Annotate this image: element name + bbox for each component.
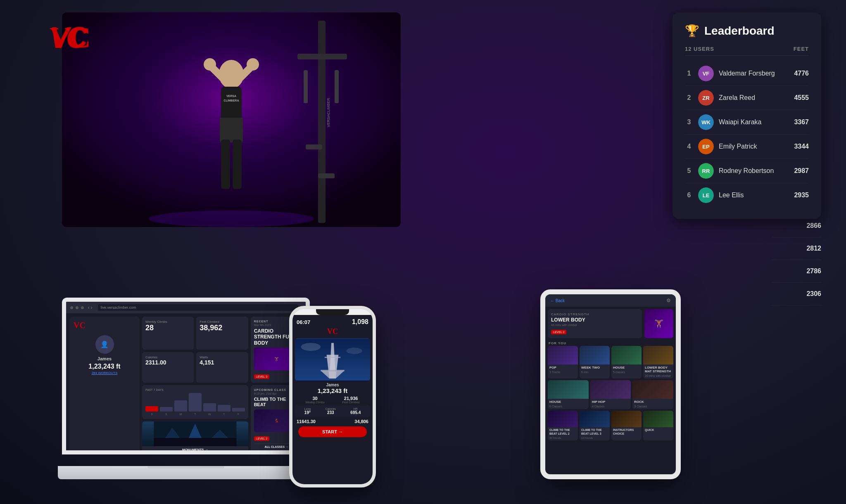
leaderboard-header: 🏆 Leaderboard xyxy=(685,24,809,38)
svg-rect-20 xyxy=(221,140,230,189)
hr-label: HR xyxy=(350,407,361,410)
grid-item-week-two[interactable]: WEEK TWO 6 min xyxy=(580,346,610,379)
svg-rect-9 xyxy=(318,173,335,178)
more-class-3-thumb xyxy=(611,411,642,427)
weekly-climbs-label: Weekly Climbs xyxy=(306,401,325,404)
avatar-4: EP xyxy=(698,139,714,154)
name-4: Emily Patrick xyxy=(719,142,789,151)
phone-big-stats: 11641.30 34,806 xyxy=(295,418,370,425)
avatar-3: WK xyxy=(698,114,714,130)
stat-watts-value: 4,151 xyxy=(200,359,245,366)
grid-item-lower-body[interactable]: LOWER BODY MAT STRENGTH 20 mins with cli… xyxy=(643,346,673,379)
weekly-climbs-val: 30 xyxy=(306,396,325,401)
url-text: live.versaclimber.com xyxy=(100,305,136,310)
browser-address-bar[interactable]: live.versaclimber.com xyxy=(98,304,298,311)
house-thumb xyxy=(611,346,642,364)
phone-user-name: James xyxy=(295,383,370,387)
phone-notch xyxy=(316,309,349,315)
svg-rect-16 xyxy=(221,87,242,120)
name-1: Valdemar Forsberg xyxy=(719,69,789,78)
more-class-4-thumb xyxy=(643,411,673,427)
genre-hiphop[interactable]: HIP HOP 4 Classes xyxy=(590,380,631,409)
rank-2: 2 xyxy=(685,94,693,102)
hiphop-label: HIP HOP xyxy=(590,399,631,405)
more-class-2-thumb xyxy=(580,411,610,427)
phone-bottom-3: HR 695.4 xyxy=(350,407,361,415)
stat-watts-label: Watts xyxy=(200,355,245,359)
more-class-3[interactable]: INSTRUCTORS CHOICE xyxy=(611,411,642,440)
bar-s1 xyxy=(145,406,158,412)
svg-text:VERSACLIMBER: VERSACLIMBER xyxy=(326,98,330,127)
monuments-thumb xyxy=(142,421,248,446)
score-3: 3367 xyxy=(794,118,809,126)
hr-val: 695.4 xyxy=(350,410,361,415)
leaderboard-row-4: 4 EP Emily Patrick 3344 xyxy=(685,135,809,159)
tablet-back-btn[interactable]: ← Back xyxy=(550,298,565,303)
featured-level: LEVEL 2 xyxy=(551,330,566,334)
dash-logo: VC xyxy=(74,321,135,330)
genres-grid: HOUSE 6 Classes HIP HOP 4 Classes ROCK 3… xyxy=(545,380,676,411)
browser-back-btn[interactable]: ‹ › xyxy=(88,305,92,310)
more-class-1-label: CLIMB TO THE BEAT LEVEL 2 xyxy=(548,427,578,437)
svg-text:VERSA: VERSA xyxy=(226,95,236,97)
phone-bottom-2: Calories 233 xyxy=(325,407,336,415)
svg-rect-32 xyxy=(325,357,340,358)
browser-dot-2 xyxy=(76,306,78,309)
week-two-label: WEEK TWO xyxy=(580,364,610,371)
phone-vc-logo: VC xyxy=(295,327,370,337)
dashboard-sidebar: VC 👤 James 1,23,243 ft 284 WORKOUTS xyxy=(69,317,140,453)
pop-thumb xyxy=(548,346,578,364)
svg-point-15 xyxy=(247,58,259,71)
recent-level-badge: LEVEL 3 xyxy=(254,374,269,379)
name-3: Waiapi Karaka xyxy=(719,118,789,127)
user-name: James xyxy=(74,356,135,361)
phone-watts: 34,806 xyxy=(354,419,368,424)
phone-body: 06:07 1,098 VC xyxy=(289,306,376,487)
stat-calories-value: 2311.00 xyxy=(145,359,190,366)
rock-sub: 3 Classes xyxy=(632,405,673,409)
svg-rect-7 xyxy=(335,70,339,103)
svg-rect-19 xyxy=(220,118,243,142)
phone-total-ft: 1,23,243 ft xyxy=(295,387,370,394)
phone-bottom-stats: Long 19° Calories 233 HR 695.4 xyxy=(295,405,370,417)
more-class-3-label: INSTRUCTORS CHOICE xyxy=(611,427,642,437)
user-workouts-link[interactable]: 284 WORKOUTS xyxy=(74,371,135,375)
stat-calories-label: Calories xyxy=(145,355,190,359)
more-classes-grid: CLIMB TO THE BEAT LEVEL 2 46 Friends CLI… xyxy=(545,411,676,440)
phone-mockup: 06:07 1,098 VC xyxy=(289,306,376,487)
grid-item-pop[interactable]: POP 3 Tracks xyxy=(548,346,578,379)
leaderboard-row-2: 2 ZR Zarela Reed 4555 xyxy=(685,86,809,110)
week-two-thumb xyxy=(580,346,610,364)
featured-meta: 46 mins with climber xyxy=(551,324,639,327)
name-2: Zarela Reed xyxy=(719,94,789,102)
bar-t2 xyxy=(218,405,231,412)
phone-total-value: 11641.30 xyxy=(297,419,316,424)
house-label: HOUSE xyxy=(611,364,642,371)
more-class-2-label: CLIMB TO THE BEAT LEVEL 3 xyxy=(580,427,610,437)
more-class-4[interactable]: QUICK xyxy=(643,411,673,440)
more-class-2[interactable]: CLIMB TO THE BEAT LEVEL 3 12 Friends xyxy=(580,411,610,440)
more-class-1[interactable]: CLIMB TO THE BEAT LEVEL 2 46 Friends xyxy=(548,411,578,440)
grid-item-house[interactable]: HOUSE 5 classes xyxy=(611,346,642,379)
lower-body-sub: 20 mins with climber xyxy=(643,374,673,379)
phone-start-btn[interactable]: START → xyxy=(298,426,367,437)
more-class-4-sub xyxy=(643,433,673,435)
featured-name: LOWER BODY xyxy=(551,317,639,323)
svg-rect-5 xyxy=(297,54,347,59)
trophy-icon: 🏆 xyxy=(685,24,699,38)
score-1: 4776 xyxy=(794,70,809,77)
leaderboard-row-3: 3 WK Waiapi Karaka 3367 xyxy=(685,110,809,135)
calories-label: Calories xyxy=(325,407,336,410)
monuments-btn[interactable]: MONUMENTS → xyxy=(142,446,248,453)
leaderboard-title: Leaderboard xyxy=(704,24,775,38)
tablet-featured-info: CARDIO STRENGTH LOWER BODY 46 mins with … xyxy=(548,309,642,338)
avatar-5: RR xyxy=(698,163,714,179)
genre-house[interactable]: HOUSE 6 Classes xyxy=(548,380,589,409)
svg-text:CLIMBERA: CLIMBERA xyxy=(224,99,239,102)
score-2: 4555 xyxy=(794,94,809,102)
chart-labels: S S M T W T F xyxy=(145,413,245,416)
for-you-grid: POP 3 Tracks WEEK TWO 6 min HOUSE 5 clas… xyxy=(545,346,676,380)
phone-time: 06:07 xyxy=(297,319,310,325)
genre-rock[interactable]: ROCK 3 Classes xyxy=(632,380,673,409)
lower-body-thumb xyxy=(643,346,673,364)
